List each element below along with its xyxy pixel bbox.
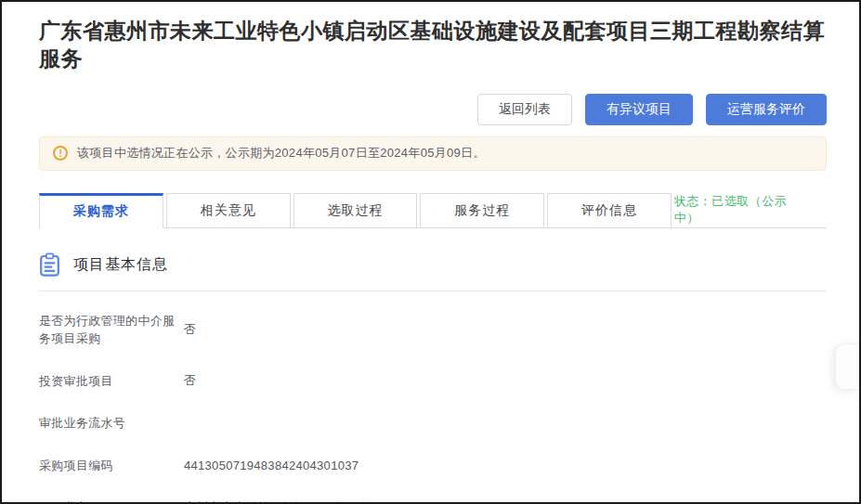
field-label: 投资审批项目 xyxy=(39,372,183,391)
tab-evaluation-info[interactable]: 评价信息 xyxy=(547,193,672,227)
field-value: 否 xyxy=(183,372,196,389)
field-row-project-owner: 项目业主 惠州市惠南科技园投资开发有限公司 xyxy=(39,498,827,504)
clipboard-icon xyxy=(39,252,60,278)
section-header-basic-info: 项目基本信息 xyxy=(39,252,827,291)
side-panel-handle[interactable] xyxy=(835,343,859,390)
field-row-investment-approval: 投资审批项目 否 xyxy=(39,372,827,391)
field-label: 审批业务流水号 xyxy=(39,414,183,433)
field-value: 惠州市惠南科技园投资开发有限公司 xyxy=(183,499,382,504)
section-title: 项目基本信息 xyxy=(73,255,168,275)
tab-related-opinions[interactable]: 相关意见 xyxy=(166,193,291,227)
tab-selection-process[interactable]: 选取过程 xyxy=(294,193,418,227)
toolbar: 返回列表 有异议项目 运营服务评价 xyxy=(39,94,827,125)
field-value: 4413050719483842404301037 xyxy=(183,459,359,472)
field-row-intermediary-service: 是否为行政管理的中介服务项目采购 否 xyxy=(39,312,827,348)
field-label: 是否为行政管理的中介服务项目采购 xyxy=(39,312,183,348)
objection-project-button[interactable]: 有异议项目 xyxy=(585,94,693,125)
field-value: 否 xyxy=(183,321,196,338)
warning-circle-icon: ! xyxy=(53,146,68,161)
tab-service-process[interactable]: 服务过程 xyxy=(420,193,544,227)
field-row-procurement-project-code: 采购项目编码 4413050719483842404301037 xyxy=(39,457,827,475)
page-frame: 广东省惠州市未来工业特色小镇启动区基础设施建设及配套项目三期工程勘察结算服务 返… xyxy=(0,0,861,504)
notice-text: 该项目中选情况正在公示，公示期为2024年05月07日至2024年05月09日。 xyxy=(77,145,486,162)
publicity-notice-banner: ! 该项目中选情况正在公示，公示期为2024年05月07日至2024年05月09… xyxy=(39,136,827,171)
page-title: 广东省惠州市未来工业特色小镇启动区基础设施建设及配套项目三期工程勘察结算服务 xyxy=(39,17,827,73)
tab-procurement-demand[interactable]: 采购需求 xyxy=(39,193,163,228)
tab-bar: 采购需求 相关意见 选取过程 服务过程 评价信息 状态：已选取（公示中） xyxy=(39,193,827,228)
service-evaluation-button[interactable]: 运营服务评价 xyxy=(706,94,827,125)
field-label: 采购项目编码 xyxy=(39,457,183,475)
basic-info-field-list: 是否为行政管理的中介服务项目采购 否 投资审批项目 否 审批业务流水号 采购项目… xyxy=(39,312,827,504)
status-badge: 状态：已选取（公示中） xyxy=(674,193,812,226)
field-label: 项目业主 xyxy=(39,498,183,504)
back-to-list-button[interactable]: 返回列表 xyxy=(477,94,572,125)
field-row-approval-serial-number: 审批业务流水号 xyxy=(39,414,827,433)
